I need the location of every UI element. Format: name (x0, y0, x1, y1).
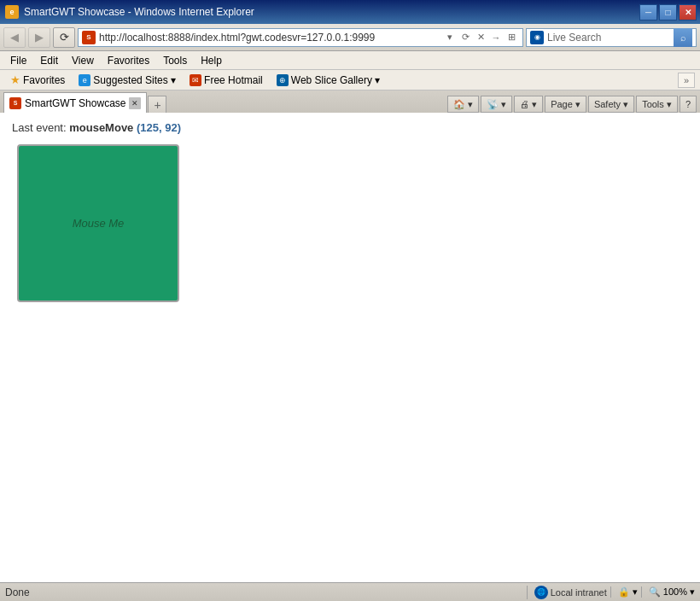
maximize-button[interactable]: □ (659, 4, 677, 20)
mouse-me-box[interactable]: Mouse Me (17, 144, 179, 302)
ie-icon: e (5, 5, 19, 19)
tab-label: SmartGWT Showcase (25, 97, 125, 109)
mouse-me-label: Mouse Me (73, 217, 125, 230)
status-bar: Done 🌐 Local intranet 🔒 ▾ 🔍 100% ▾ (0, 582, 700, 601)
menu-bar: File Edit View Favorites Tools Help (0, 51, 700, 70)
last-event-display: Last event: mouseMove (125, 92) (12, 121, 688, 134)
search-button[interactable]: ⌕ (674, 28, 692, 47)
rss-btn[interactable]: ⊞ (504, 30, 519, 45)
tab-bar: S SmartGWT Showcase ✕ + 🏠 ▾ 📡 ▾ 🖨 ▾ Page… (0, 90, 700, 113)
address-dropdown[interactable]: ▾ (442, 30, 458, 45)
tab-close-button[interactable]: ✕ (129, 97, 141, 109)
menu-tools[interactable]: Tools (156, 53, 194, 68)
menu-view[interactable]: View (65, 53, 101, 68)
forward-button[interactable]: ▶ (28, 27, 50, 48)
refresh-small[interactable]: ⟳ (458, 30, 473, 45)
safety-button[interactable]: Safety ▾ (588, 96, 634, 113)
minimize-button[interactable]: ─ (639, 4, 657, 20)
ie-fav-icon: e (79, 74, 90, 86)
tab-favicon: S (9, 97, 21, 109)
home-button[interactable]: 🏠 ▾ (447, 96, 479, 113)
go-btn[interactable]: → (488, 30, 504, 45)
stop-btn[interactable]: ✕ (473, 30, 488, 45)
hotmail-label: Free Hotmail (204, 74, 263, 86)
address-bar[interactable]: S http://localhost:8888/index.html?gwt.c… (78, 28, 523, 47)
event-coords: (125, 92) (137, 121, 181, 134)
title-buttons: ─ □ ✕ (639, 4, 697, 20)
menu-file[interactable]: File (3, 53, 33, 68)
menu-favorites[interactable]: Favorites (101, 53, 156, 68)
rss-button[interactable]: 📡 ▾ (481, 96, 512, 113)
hotmail-icon: ✉ (190, 74, 201, 86)
status-zone: 🌐 Local intranet (527, 586, 607, 599)
address-favicon: S (82, 31, 96, 44)
suggested-sites-item[interactable]: e Suggested Sites ▾ (73, 73, 181, 88)
zoom-label: 100% ▾ (663, 586, 695, 598)
title-bar-left: e SmartGWT Showcase - Windows Internet E… (5, 5, 254, 19)
refresh-button[interactable]: ⟳ (53, 27, 75, 48)
back-button[interactable]: ◀ (3, 27, 26, 48)
help-button[interactable]: ? (680, 96, 697, 113)
active-tab[interactable]: S SmartGWT Showcase ✕ (3, 92, 147, 113)
menu-help[interactable]: Help (194, 53, 229, 68)
status-zoom[interactable]: 🔍 100% ▾ (641, 586, 695, 598)
menu-edit[interactable]: Edit (33, 53, 65, 68)
favorites-bar: ★ Favorites e Suggested Sites ▾ ✉ Free H… (0, 70, 700, 90)
window-title: SmartGWT Showcase - Windows Internet Exp… (24, 6, 254, 18)
address-text: http://localhost:8888/index.html?gwt.cod… (99, 32, 442, 44)
web-slice-gallery-item[interactable]: ⊕ Web Slice Gallery ▾ (271, 73, 385, 88)
status-security[interactable]: 🔒 ▾ (610, 586, 638, 598)
nav-bar: ◀ ▶ ⟳ S http://localhost:8888/index.html… (0, 24, 700, 51)
favorites-item[interactable]: ★ Favorites (5, 72, 70, 88)
page-button[interactable]: Page ▾ (545, 96, 586, 113)
print-button[interactable]: 🖨 ▾ (514, 96, 543, 113)
title-bar: e SmartGWT Showcase - Windows Internet E… (0, 0, 700, 24)
favorites-expand-button[interactable]: » (678, 73, 695, 88)
new-tab-button[interactable]: + (148, 96, 166, 113)
webslice-label: Web Slice Gallery ▾ (291, 74, 380, 86)
zone-label: Local intranet (551, 587, 607, 598)
zoom-icon: 🔍 (649, 586, 661, 598)
content-area: Last event: mouseMove (125, 92) Mouse Me (0, 113, 700, 582)
lock-icon: 🔒 ▾ (618, 586, 638, 598)
last-event-label: Last event: (12, 121, 69, 134)
search-placeholder: Live Search (547, 32, 674, 44)
search-area[interactable]: ◉ Live Search ⌕ (526, 28, 697, 47)
tab-toolbar: 🏠 ▾ 📡 ▾ 🖨 ▾ Page ▾ Safety ▾ Tools ▾ ? (447, 96, 697, 113)
favorites-label: Favorites (23, 74, 65, 86)
webslice-icon: ⊕ (277, 74, 289, 86)
close-button[interactable]: ✕ (679, 4, 697, 20)
suggested-sites-label: Suggested Sites ▾ (93, 74, 176, 86)
event-name: mouseMove (69, 121, 133, 134)
star-icon: ★ (10, 73, 20, 86)
status-text: Done (5, 586, 523, 598)
free-hotmail-item[interactable]: ✉ Free Hotmail (184, 73, 268, 88)
live-search-icon: ◉ (530, 31, 544, 44)
tools-button[interactable]: Tools ▾ (636, 96, 678, 113)
intranet-icon: 🌐 (534, 586, 548, 599)
